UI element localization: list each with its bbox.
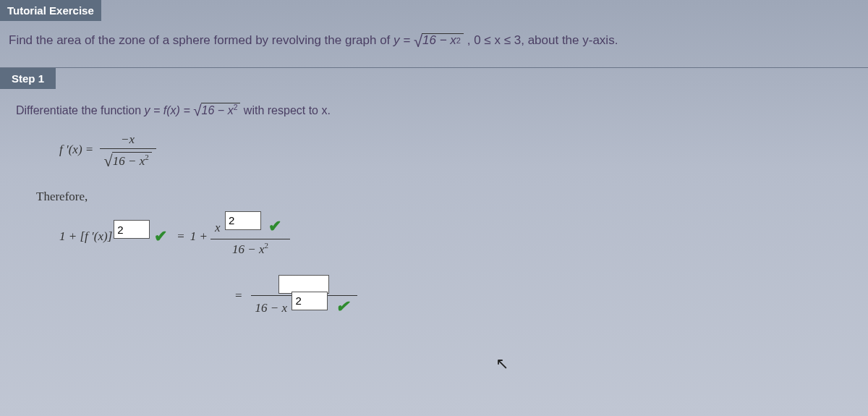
- step-1-body: Differentiate the function y = f(x) = √1…: [0, 89, 868, 338]
- cursor-icon: ↖: [495, 355, 509, 373]
- eq1-den-exp: 2: [265, 241, 269, 250]
- step-1-header: Step 1: [0, 68, 56, 89]
- exponent-input-3[interactable]: [292, 292, 328, 310]
- equals-sign: =: [177, 229, 184, 244]
- step1-radicand: 16 − x: [202, 104, 234, 116]
- equation-row-2: = 16 − x ✔: [229, 275, 852, 318]
- problem-statement: Find the area of the zone of a sphere fo…: [0, 21, 868, 68]
- exponent-input-2[interactable]: [225, 211, 261, 230]
- sqrt-symbol: √: [414, 33, 422, 51]
- equation-row-1: 1 + [f ′(x)] ✔ = 1 + x ✔ 16 − x2: [59, 217, 852, 256]
- problem-text-pre: Find the area of the zone of a sphere fo…: [9, 33, 393, 47]
- equals-sign: =: [235, 289, 242, 303]
- sqrt-symbol: √: [193, 102, 201, 119]
- problem-equation-lhs: y =: [393, 33, 414, 47]
- eq2-den-pre: 16 − x: [255, 301, 288, 315]
- step-1-instruction: Differentiate the function y = f(x) = √1…: [16, 101, 852, 118]
- derivative-den-exp: 2: [145, 153, 149, 161]
- check-icon: ✔: [336, 297, 349, 315]
- problem-exp: 2: [456, 37, 461, 46]
- eq1-num-x: x: [215, 221, 221, 234]
- check-icon: ✔: [154, 227, 167, 246]
- derivative-lhs: f ′(x) =: [59, 143, 97, 156]
- problem-range: , 0 ≤ x ≤ 3,: [467, 33, 524, 47]
- instruction-pre: Differentiate the function: [16, 104, 145, 116]
- derivative-den-radicand: 16 − x: [113, 154, 145, 168]
- eq1-den-radicand: 16 − x: [232, 242, 265, 255]
- eq1-lhs: 1 + [f ′(x)]: [59, 229, 112, 244]
- derivative-numerator: −x: [100, 132, 156, 149]
- therefore-text: Therefore,: [36, 190, 852, 204]
- problem-text-post: about the y-axis.: [528, 33, 618, 47]
- sqrt-symbol: √: [104, 152, 113, 170]
- tutorial-exercise-header: Tutorial Exercise: [0, 0, 101, 21]
- step1-exp: 2: [234, 103, 238, 111]
- eq1-rhs-pre: 1 +: [190, 229, 208, 244]
- instruction-post: with respect to x.: [244, 104, 331, 116]
- check-icon: ✔: [268, 217, 281, 235]
- derivative-equation: f ′(x) = −x √16 − x2: [59, 132, 852, 169]
- exponent-input-1[interactable]: [114, 220, 150, 239]
- problem-radicand: 16 − x: [422, 33, 456, 47]
- function-def: y = f(x) =: [145, 104, 194, 116]
